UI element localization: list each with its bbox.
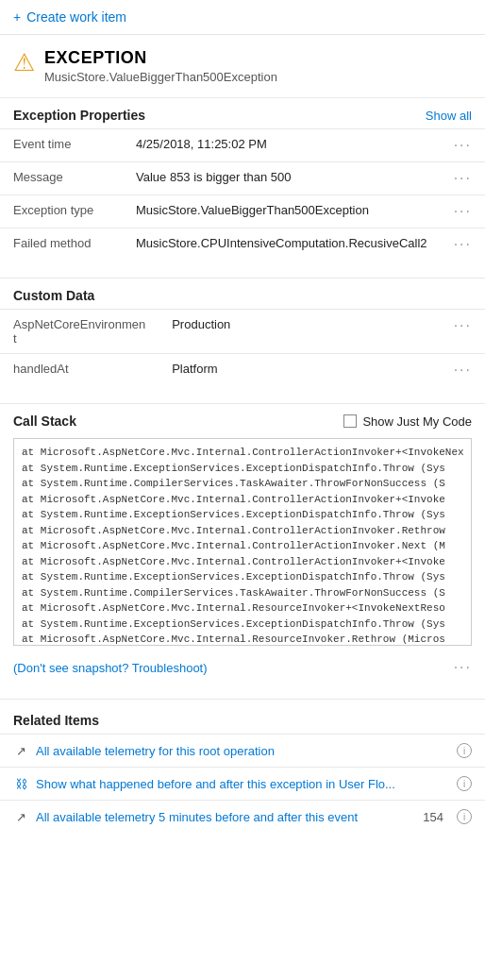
prop-more-options[interactable]: ··· [441, 228, 485, 262]
show-just-my-code-text: Show Just My Code [362, 414, 472, 429]
custom-data-row: handledAt Platform ··· [0, 354, 485, 387]
call-stack-title: Call Stack [13, 414, 76, 429]
prop-value: MusicStore.CPUIntensiveComputation.Recus… [123, 228, 441, 262]
call-stack-header: Call Stack Show Just My Code [0, 403, 485, 434]
call-stack-line: at System.Runtime.ExceptionServices.Exce… [22, 617, 463, 633]
create-work-item-button[interactable]: + Create work item [13, 9, 126, 25]
exception-properties-title: Exception Properties [13, 108, 145, 123]
troubleshoot-dots[interactable]: ··· [454, 659, 472, 676]
exception-badge: EXCEPTION [44, 48, 277, 68]
troubleshoot-row: (Don't see snapshot? Troubleshoot) ··· [0, 653, 485, 685]
exception-properties-table: Event time 4/25/2018, 11:25:02 PM ··· Me… [0, 128, 485, 261]
show-just-my-code-label[interactable]: Show Just My Code [343, 414, 472, 429]
related-item-icon: ↗ [13, 810, 28, 824]
call-stack-line: at Microsoft.AspNetCore.Mvc.Internal.Con… [22, 523, 463, 539]
related-item-text: All available telemetry for this root op… [36, 744, 449, 758]
custom-data-table: AspNetCoreEnvironmen t Production ··· ha… [0, 309, 485, 386]
call-stack-line: at Microsoft.AspNetCore.Mvc.Internal.Con… [22, 554, 463, 570]
related-item-count: 154 [423, 810, 443, 824]
plus-icon: + [13, 9, 21, 25]
prop-more-options[interactable]: ··· [441, 129, 485, 162]
related-items-title: Related Items [0, 699, 485, 734]
prop-value: Value 853 is bigger than 500 [123, 162, 441, 195]
call-stack-line: at Microsoft.AspNetCore.Mvc.Internal.Res… [22, 600, 463, 617]
exception-properties-header: Exception Properties Show all [0, 97, 485, 128]
related-item-icon: ↗ [13, 744, 28, 758]
prop-key: Exception type [0, 195, 123, 228]
custom-data-row: AspNetCoreEnvironmen t Production ··· [0, 310, 485, 354]
related-item[interactable]: ↗ All available telemetry for this root … [0, 734, 485, 767]
call-stack-line: at Microsoft.AspNetCore.Mvc.Internal.Con… [22, 538, 463, 554]
create-work-item-label: Create work item [26, 9, 126, 25]
call-stack-content[interactable]: at Microsoft.AspNetCore.Mvc.Internal.Con… [13, 438, 472, 646]
prop-key: handledAt [0, 354, 159, 387]
related-items-list: ↗ All available telemetry for this root … [0, 734, 485, 833]
prop-more-options[interactable]: ··· [441, 162, 485, 195]
prop-value: MusicStore.ValueBiggerThan500Exception [123, 195, 441, 228]
call-stack-line: at Microsoft.AspNetCore.Mvc.Internal.Con… [22, 492, 463, 508]
info-icon[interactable]: i [457, 743, 472, 758]
troubleshoot-link[interactable]: (Don't see snapshot? Troubleshoot) [13, 661, 208, 675]
show-just-my-code-checkbox[interactable] [343, 414, 357, 428]
related-item-icon: ⛓ [13, 777, 28, 791]
call-stack-line: at System.Runtime.CompilerServices.TaskA… [22, 585, 463, 601]
related-item[interactable]: ⛓ Show what happened before and after th… [0, 767, 485, 800]
exception-prop-row: Message Value 853 is bigger than 500 ··· [0, 162, 485, 195]
prop-value: Production [159, 310, 440, 354]
call-stack-line: at Microsoft.AspNetCore.Mvc.Internal.Con… [22, 445, 463, 461]
exception-subtitle: MusicStore.ValueBiggerThan500Exception [44, 70, 277, 84]
related-item-text: Show what happened before and after this… [36, 777, 449, 791]
info-icon[interactable]: i [457, 776, 472, 791]
related-item-text: All available telemetry 5 minutes before… [36, 810, 415, 824]
exception-info: EXCEPTION MusicStore.ValueBiggerThan500E… [44, 48, 277, 84]
prop-key: Message [0, 162, 123, 195]
show-all-link[interactable]: Show all [426, 109, 472, 123]
exception-prop-row: Exception type MusicStore.ValueBiggerTha… [0, 195, 485, 228]
exception-prop-row: Failed method MusicStore.CPUIntensiveCom… [0, 228, 485, 262]
prop-key: Failed method [0, 228, 123, 262]
custom-data-title: Custom Data [13, 288, 94, 303]
exception-header: ⚠ EXCEPTION MusicStore.ValueBiggerThan50… [0, 35, 485, 93]
prop-value: 4/25/2018, 11:25:02 PM [123, 129, 441, 162]
call-stack-line: at System.Runtime.ExceptionServices.Exce… [22, 569, 463, 585]
related-item[interactable]: ↗ All available telemetry 5 minutes befo… [0, 800, 485, 833]
info-icon[interactable]: i [457, 809, 472, 824]
custom-data-header: Custom Data [0, 278, 485, 309]
call-stack-line: at Microsoft.AspNetCore.Mvc.Internal.Res… [22, 632, 463, 646]
exception-prop-row: Event time 4/25/2018, 11:25:02 PM ··· [0, 129, 485, 162]
prop-more-options[interactable]: ··· [441, 354, 485, 387]
call-stack-line: at System.Runtime.CompilerServices.TaskA… [22, 476, 463, 492]
prop-key: AspNetCoreEnvironmen t [0, 310, 159, 354]
prop-key: Event time [0, 129, 123, 162]
call-stack-line: at System.Runtime.ExceptionServices.Exce… [22, 461, 463, 477]
prop-value: Platform [159, 354, 440, 387]
prop-more-options[interactable]: ··· [441, 195, 485, 228]
prop-more-options[interactable]: ··· [441, 310, 485, 354]
top-bar: + Create work item [0, 0, 485, 35]
call-stack-line: at System.Runtime.ExceptionServices.Exce… [22, 507, 463, 523]
warning-icon: ⚠ [13, 50, 35, 75]
